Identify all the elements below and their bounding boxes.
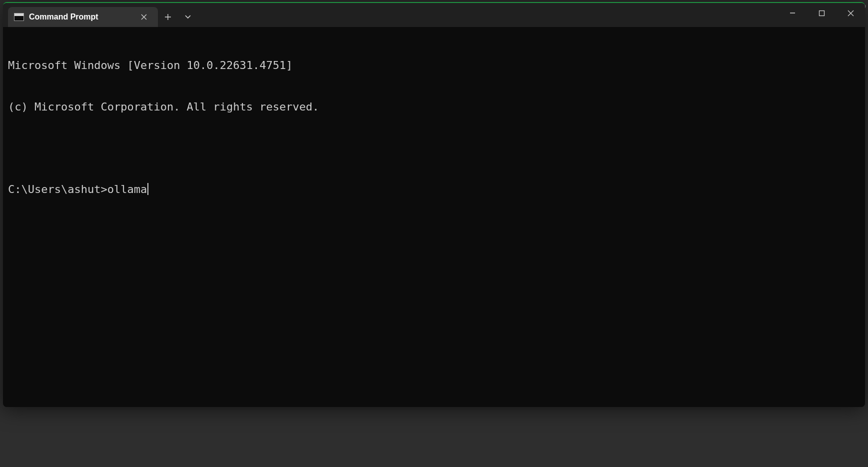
cmd-icon [14, 13, 24, 21]
close-icon [848, 10, 854, 16]
terminal-line-1: Microsoft Windows [Version 10.0.22631.47… [8, 58, 860, 72]
tab-dropdown-button[interactable] [178, 7, 198, 27]
tab-command-prompt[interactable]: Command Prompt [8, 7, 158, 27]
titlebar[interactable]: Command Prompt [3, 3, 865, 27]
tab-title: Command Prompt [29, 12, 132, 22]
terminal-line-2: (c) Microsoft Corporation. All rights re… [8, 100, 860, 114]
close-window-button[interactable] [836, 3, 865, 23]
maximize-button[interactable] [807, 3, 836, 23]
svg-rect-0 [819, 10, 824, 16]
close-icon [141, 14, 147, 20]
tab-close-button[interactable] [137, 10, 151, 24]
maximize-icon [819, 10, 825, 16]
terminal-window: Command Prompt [3, 2, 865, 407]
minimize-button[interactable] [778, 3, 807, 23]
new-tab-button[interactable] [158, 7, 178, 27]
chevron-down-icon [184, 14, 191, 20]
terminal-cursor [147, 183, 148, 195]
terminal-prompt-line: C:\Users\ashut>ollama [8, 182, 860, 196]
tabstrip: Command Prompt [3, 3, 198, 27]
plus-icon [164, 14, 171, 20]
window-caption-buttons [778, 3, 865, 23]
terminal-blank-line [8, 141, 860, 155]
terminal-viewport[interactable]: Microsoft Windows [Version 10.0.22631.47… [3, 27, 865, 407]
terminal-input-text[interactable]: ollama [107, 182, 147, 196]
terminal-prompt: C:\Users\ashut> [8, 182, 107, 196]
minimize-icon [789, 10, 796, 16]
